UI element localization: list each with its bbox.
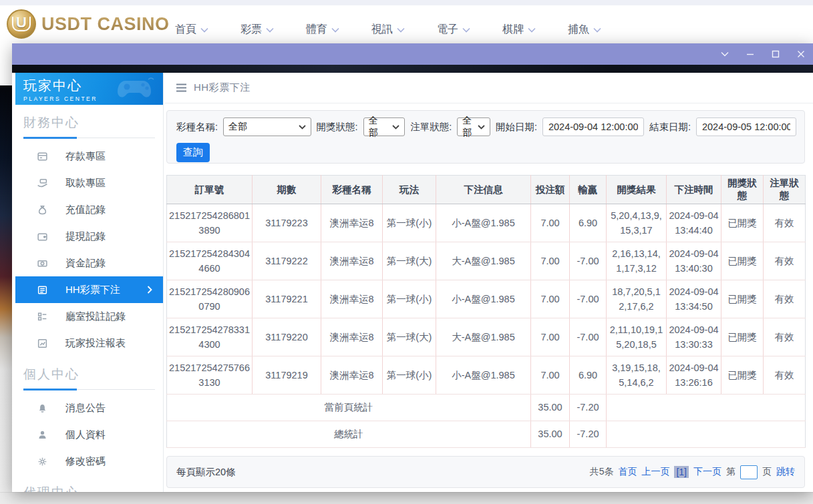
cell: 2152172542809060790 [167,280,253,318]
total-count-text: 共5条 [590,466,614,478]
collapse-icon[interactable] [719,49,730,59]
maximize-icon[interactable] [770,49,781,59]
brand-logo[interactable]: U USDT CASINO [7,9,170,39]
cell: 31179223 [253,204,321,242]
order-status-select[interactable]: 全部 [457,117,490,136]
sidebar-item-廳室投註記錄[interactable]: 廳室投註記錄 [22,303,156,330]
table-row: 215217254275766313031179219澳洲幸运8第一球(小)小-… [167,356,806,395]
sidebar-item-修改密碼[interactable]: 修改密碼 [22,448,156,475]
cell: 澳洲幸运8 [321,318,383,356]
cell: 6.90 [570,204,607,242]
sidebar-item-取款專區[interactable]: 取款專區 [22,170,156,196]
col-header-10: 注單狀態 [764,176,806,204]
chevron-right-icon [147,286,152,294]
cell: 31179220 [253,318,321,356]
end-date-label: 結束日期: [649,121,691,134]
summary-bet-total: 35.00 [531,421,570,448]
cell: 7.00 [531,204,570,242]
summary-bet-total: 35.00 [531,395,570,421]
section-divider [23,137,155,139]
cell: 3,19,15,18,5,14,6,2 [607,356,667,395]
nav-item-label: 首頁 [175,23,196,37]
withdraw-icon [37,178,48,189]
sidebar-item-充值記錄[interactable]: 充值記錄 [22,196,156,223]
draw-status-value: 全部 [369,115,387,139]
section-label-2: 代理中心 [23,484,163,492]
cell: -7.00 [570,242,607,280]
recharge-record-icon [37,204,48,216]
background-page-bottom [0,492,813,504]
cell: 第一球(小) [383,356,436,395]
player-center-window: 玩家中心 PLAYERS CENTER 財務中心 存款專區 [12,43,813,492]
sidebar-item-label: 存款專區 [65,150,106,163]
end-date-input[interactable] [696,117,796,136]
col-header-4: 下注信息 [436,176,531,204]
cell: 澳洲幸运8 [321,280,383,318]
cell: 2024-09-04 13:34:50 [667,280,721,318]
nav-item-2[interactable]: 體育 [306,23,339,37]
cell: 18,7,20,5,12,17,6,2 [607,280,667,318]
cell: 7.00 [531,356,570,395]
prev-page-link[interactable]: 上一页 [641,466,669,478]
cell: 小-A盤@1.985 [436,280,531,318]
sidebar-item-存款專區[interactable]: 存款專區 [22,143,156,170]
summary-row: 總統計 35.00 -7.20 [167,421,806,448]
nav-item-3[interactable]: 視訊 [371,23,405,37]
cell: 大-A盤@1.985 [436,318,531,356]
col-header-5: 投注額 [531,176,570,204]
minimize-icon[interactable] [745,49,756,59]
site-header: U USDT CASINO 首頁 彩票 體育 視訊 電子 棋牌 捕魚 [0,5,813,43]
gear-icon [37,456,48,467]
cell: 2,11,10,19,15,20,18,5 [607,318,667,356]
withdraw-record-icon [37,231,48,242]
draw-status-select[interactable]: 全部 [363,117,405,136]
start-date-label: 開始日期: [496,121,537,134]
nav-item-0[interactable]: 首頁 [175,23,208,37]
sidebar-item-label: 取款專區 [65,177,106,190]
page-jump-input[interactable] [740,465,758,479]
cell: 澳洲幸运8 [321,204,383,242]
search-button[interactable]: 查詢 [176,143,210,162]
sidebar-item-提現記錄[interactable]: 提現記錄 [22,223,156,250]
start-date-input[interactable] [542,117,644,136]
table-row: 215217254278331430031179220澳洲幸运8第一球(大)大-… [167,318,806,356]
funds-record-icon [37,258,48,269]
cell: 第一球(小) [383,204,436,242]
lottery-name-label: 彩種名稱: [176,121,218,134]
sidebar-item-玩家投注報表[interactable]: 玩家投注報表 [22,330,156,356]
table-row: 215217254284304466031179222澳洲幸运8第一球(大)大-… [167,242,806,280]
cell: 31179222 [253,242,321,280]
cell: 第一球(大) [383,242,436,280]
nav-item-4[interactable]: 電子 [437,23,470,37]
close-icon[interactable] [796,49,806,59]
next-page-link[interactable]: 下一页 [693,466,721,478]
lottery-name-value: 全部 [228,121,247,133]
sidebar-item-HH彩票下注[interactable]: HH彩票下注 [15,276,163,303]
col-header-0: 訂單號 [167,176,253,204]
hamburger-menu-icon[interactable] [176,83,187,92]
nav-item-6[interactable]: 捕魚 [568,23,601,37]
cell: 已開獎 [721,280,764,318]
coin-letter: U [12,17,31,31]
jump-button[interactable]: 跳转 [776,466,795,478]
page-title: HH彩票下注 [194,81,251,94]
nav-item-5[interactable]: 棋牌 [502,23,536,37]
chevron-down-icon [331,27,339,33]
cell: 2024-09-04 13:40:30 [667,242,721,280]
main-content: HH彩票下注 彩種名稱: 全部 開獎狀態: 全部 注單狀態: [164,73,813,492]
sidebar-item-資金記錄[interactable]: 資金記錄 [22,250,156,276]
cell: 7.00 [531,242,570,280]
lottery-name-select[interactable]: 全部 [223,117,311,136]
sidebar-item-個人資料[interactable]: 個人資料 [22,421,156,448]
nav-item-1[interactable]: 彩票 [240,23,274,37]
cell: -7.00 [570,318,607,356]
room-bet-record-icon [37,311,48,322]
cell: 5,20,4,13,9,15,3,17 [607,204,667,242]
first-page-link[interactable]: 首页 [618,466,637,478]
chevron-down-icon [397,27,405,33]
col-header-8: 下注時間 [667,176,721,204]
sidebar-item-消息公告[interactable]: 消息公告 [22,395,156,421]
col-header-6: 輸贏 [570,176,607,204]
cell: 已開獎 [721,242,764,280]
cell: 已開獎 [721,204,764,242]
